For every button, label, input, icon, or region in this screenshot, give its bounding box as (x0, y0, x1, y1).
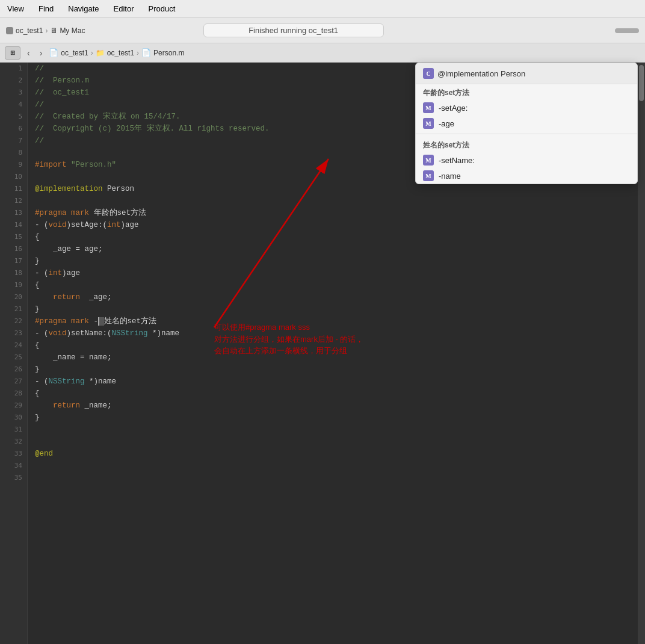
code-line-26: } (35, 364, 645, 376)
autocomplete-popup: C @implementation Person 年龄的set方法 M -set… (415, 63, 638, 184)
popup-item-age[interactable]: M -age (416, 116, 637, 131)
code-line-25: _name = name; (35, 351, 645, 364)
ln-8: 8 (0, 147, 27, 159)
breadcrumb-toolbar: oc_test1 › 🖥 My Mac (6, 26, 85, 35)
nav-file: Person.m (153, 49, 184, 57)
code-line-21: } (35, 303, 645, 315)
ln-32: 32 (0, 436, 27, 448)
ln-28: 28 (0, 388, 27, 400)
ln-1: 1 (0, 63, 27, 75)
ln-29: 29 (0, 400, 27, 412)
ln-26: 26 (0, 364, 27, 376)
project-small-icon: 📄 (49, 48, 58, 57)
file-icon: 📄 (141, 48, 151, 57)
menu-find[interactable]: Find (36, 3, 56, 14)
popup-class-icon: C (423, 68, 434, 79)
code-line-17: } (35, 255, 645, 267)
breadcrumb-sep1: › (45, 26, 48, 35)
ln-33: 33 (0, 448, 27, 460)
nav-project: oc_test1 (61, 49, 88, 57)
scrollbar-thumb[interactable] (639, 65, 644, 101)
ln-27: 27 (0, 376, 27, 388)
ln-25: 25 (0, 351, 27, 364)
ln-30: 30 (0, 412, 27, 424)
ln-22: 22 (0, 315, 27, 327)
ln-31: 31 (0, 424, 27, 436)
scrollbar-vertical[interactable] (638, 63, 645, 644)
code-line-15: { (35, 231, 645, 243)
menu-navigate[interactable]: Navigate (66, 3, 101, 14)
code-line-16: _age = age; (35, 243, 645, 255)
ln-15: 15 (0, 231, 27, 243)
ln-6: 6 (0, 123, 27, 135)
menu-editor[interactable]: Editor (111, 3, 137, 14)
nav-sep1: › (91, 49, 93, 57)
code-line-13: #pragma mark 年龄的set方法 (35, 207, 645, 219)
code-line-20: return _age; (35, 291, 645, 303)
toolbar-status: Finished running oc_test1 (203, 23, 384, 37)
line-numbers: 1 2 3 4 5 6 7 8 9 10 11 12 13 14 15 16 1… (0, 63, 28, 644)
popup-item-name-label: -name (439, 172, 461, 181)
ln-24: 24 (0, 339, 27, 351)
nav-folder: oc_test1 (107, 49, 134, 57)
popup-m-icon-3: M (423, 155, 434, 166)
popup-m-icon-1: M (423, 102, 434, 113)
code-line-19: { (35, 279, 645, 291)
popup-header: C @implementation Person (416, 63, 637, 84)
ln-17: 17 (0, 255, 27, 267)
grid-button[interactable]: ⊞ (5, 46, 20, 60)
grid-icon: ⊞ (10, 49, 15, 56)
ln-18: 18 (0, 267, 27, 279)
ln-34: 34 (0, 460, 27, 472)
code-line-28: { (35, 388, 645, 400)
back-button[interactable]: ‹ (24, 47, 33, 59)
code-line-34 (35, 460, 645, 472)
ln-10: 10 (0, 171, 27, 183)
toolbar-right (615, 28, 639, 33)
popup-item-setname[interactable]: M -setName: (416, 152, 637, 168)
popup-item-age-label: -age (439, 119, 454, 128)
code-line-27: - (NSString *)name (35, 376, 645, 388)
code-line-24: { (35, 339, 645, 351)
ln-5: 5 (0, 111, 27, 123)
nav-bar: ⊞ ‹ › 📄 oc_test1 › 📁 oc_test1 › 📄 Person… (0, 43, 645, 63)
scrollbar-horizontal[interactable] (615, 28, 639, 33)
popup-item-setname-label: -setName: (439, 156, 475, 165)
code-line-12 (35, 195, 645, 207)
forward-button[interactable]: › (37, 47, 46, 59)
popup-item-setage[interactable]: M -setAge: (416, 100, 637, 116)
code-line-31 (35, 424, 645, 436)
ln-11: 11 (0, 183, 27, 195)
ln-19: 19 (0, 279, 27, 291)
code-line-35 (35, 472, 645, 484)
menu-product[interactable]: Product (146, 3, 178, 14)
ln-9: 9 (0, 159, 27, 171)
ln-2: 2 (0, 75, 27, 87)
device-name: My Mac (60, 26, 85, 35)
ln-21: 21 (0, 303, 27, 315)
toolbar: oc_test1 › 🖥 My Mac Finished running oc_… (0, 18, 645, 43)
popup-section2-header: 姓名的set方法 (416, 137, 637, 152)
ln-14: 14 (0, 219, 27, 231)
popup-item-name[interactable]: M -name (416, 168, 637, 184)
device-icon: 🖥 (50, 26, 57, 35)
code-line-11: @implementation Person (35, 183, 645, 195)
popup-section1-header: 年龄的set方法 (416, 84, 637, 100)
nav-breadcrumb: 📄 oc_test1 › 📁 oc_test1 › 📄 Person.m (49, 48, 184, 57)
project-icon (6, 27, 13, 34)
ln-4: 4 (0, 99, 27, 111)
code-line-33: @end (35, 448, 645, 460)
popup-m-icon-4: M (423, 170, 434, 181)
nav-sep2: › (137, 49, 139, 57)
code-line-18: - (int)age (35, 267, 645, 279)
code-line-29: return _name; (35, 400, 645, 412)
popup-m-icon-2: M (423, 118, 434, 129)
ln-13: 13 (0, 207, 27, 219)
code-line-22: #pragma mark - 姓名的set方法 (35, 315, 645, 327)
code-line-23: - (void)setName:(NSString *)name (35, 327, 645, 339)
ln-35: 35 (0, 472, 27, 484)
menu-view[interactable]: View (5, 3, 26, 14)
editor-container: 1 2 3 4 5 6 7 8 9 10 11 12 13 14 15 16 1… (0, 63, 645, 644)
popup-divider (416, 134, 637, 134)
menu-bar: View Find Navigate Editor Product (0, 0, 645, 18)
